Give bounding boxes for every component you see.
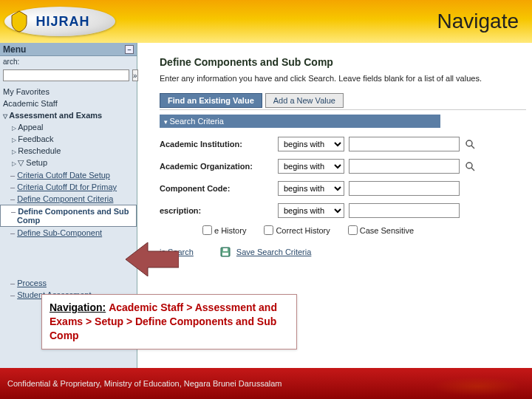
op-academic-organization[interactable]: begins with (278, 159, 344, 174)
sidebar-item-process[interactable]: Process (0, 277, 137, 289)
svg-line-1 (471, 146, 474, 149)
sidebar-item-reschedule[interactable]: Reschedule (0, 145, 137, 157)
page-intro: Enter any information you have and click… (160, 74, 526, 83)
sidebar-item-setup[interactable]: ▽ Setup (0, 157, 137, 169)
label-component-code: Component Code: (160, 184, 278, 193)
input-academic-institution[interactable] (349, 137, 460, 151)
field-description: escription: begins with (160, 203, 526, 218)
slide-title: Navigate (437, 10, 519, 33)
checkbox-row: e History Correct History Case Sensitive (202, 225, 526, 235)
tab-find-existing[interactable]: Find an Existing Value (160, 93, 262, 108)
brand-name: HIJRAH (35, 14, 89, 30)
sidebar-item-appeal[interactable]: Appeal (0, 121, 137, 133)
menu-header: Menu – (0, 43, 137, 56)
field-academic-organization: Academic Organization: begins with (160, 159, 526, 174)
label-academic-organization: Academic Organization: (160, 162, 278, 171)
svg-rect-6 (223, 248, 228, 251)
link-save-search[interactable]: Save Search Criteria (236, 248, 312, 256)
callout-lead: Navigation: (50, 301, 106, 313)
sidebar-item-favorites[interactable]: My Favorites (0, 86, 137, 98)
chk-case-sensitive[interactable]: Case Sensitive (348, 225, 414, 235)
sidebar-item-assessment[interactable]: Assessment and Exams (0, 109, 137, 121)
search-criteria-header[interactable]: Search Criteria (160, 115, 440, 128)
op-description[interactable]: begins with (278, 203, 344, 218)
op-component-code[interactable]: begins with (278, 181, 344, 196)
label-academic-institution: Academic Institution: (160, 140, 278, 149)
divider (160, 109, 526, 110)
link-basic-search[interactable]: ic Search (160, 248, 194, 256)
footer: Confidential & Proprietary, Ministry of … (0, 368, 532, 399)
sidebar-item-define-component-criteria[interactable]: Define Component Criteria (0, 193, 137, 205)
menu-search-row: » (0, 67, 137, 86)
footer-text: Confidential & Proprietary, Ministry of … (7, 379, 282, 388)
crest-icon (9, 10, 30, 33)
op-academic-institution[interactable]: begins with (278, 137, 344, 151)
tab-strip: Find an Existing Value Add a New Value (160, 93, 526, 108)
svg-line-3 (471, 168, 474, 171)
svg-point-0 (466, 140, 472, 146)
search-label: arch: (0, 56, 137, 67)
logo: HIJRAH (4, 7, 115, 36)
save-icon (220, 247, 231, 257)
search-links: ic Search Save Search Criteria (160, 247, 526, 257)
sidebar-item-define-components-sub[interactable]: Define Components and Sub Comp (0, 205, 137, 227)
input-description[interactable] (349, 203, 460, 218)
chk-include-history[interactable]: e History (202, 225, 246, 235)
input-academic-organization[interactable] (349, 159, 460, 174)
sidebar-item-criteria-cutoff-date[interactable]: Criteria Cutoff Date Setup (0, 169, 137, 181)
logo-ellipse: HIJRAH (4, 7, 115, 36)
navigation-callout: Navigation: Academic Staff > Assessment … (41, 294, 297, 349)
page-title: Define Components and Sub Comp (160, 56, 526, 68)
svg-rect-5 (222, 253, 228, 256)
sidebar-item-define-subcomponent[interactable]: Define Sub-Component (0, 227, 137, 239)
field-component-code: Component Code: begins with (160, 181, 526, 196)
minimize-icon[interactable]: – (125, 45, 134, 54)
chk-correct-history[interactable]: Correct History (264, 225, 330, 235)
sidebar-item-feedback[interactable]: Feedback (0, 133, 137, 145)
menu-title: Menu (3, 44, 26, 55)
field-academic-institution: Academic Institution: begins with (160, 137, 526, 151)
menu-search-input[interactable] (3, 69, 129, 81)
lookup-icon[interactable] (464, 160, 476, 172)
header-band: HIJRAH Navigate (0, 0, 532, 43)
label-description: escription: (160, 206, 278, 215)
svg-point-2 (466, 163, 472, 168)
input-component-code[interactable] (349, 181, 460, 196)
tab-add-new[interactable]: Add a New Value (265, 93, 344, 108)
lookup-icon[interactable] (464, 138, 476, 150)
sidebar-item-criteria-cutoff-primary[interactable]: Criteria Cutoff Dt for Primay (0, 181, 137, 193)
sidebar-item-academic-staff[interactable]: Academic Staff (0, 98, 137, 109)
